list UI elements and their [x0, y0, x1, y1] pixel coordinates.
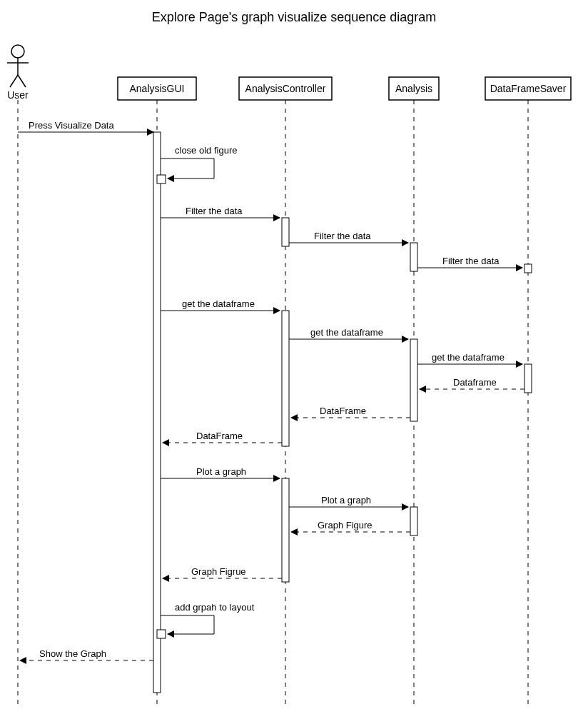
- msg-plot-2: Plot a graph: [321, 495, 371, 506]
- svg-line-3: [10, 75, 18, 87]
- participant-dataframesaver-label: DataFrameSaver: [490, 83, 567, 94]
- msg-filter-2: Filter the data: [314, 231, 371, 241]
- msg-filter-3: Filter the data: [442, 256, 500, 266]
- msg-press-visualize: Press Visualize Data: [29, 120, 114, 131]
- msg-dataframe-2: DataFrame: [320, 406, 366, 416]
- msg-figure-2: Graph Figrue: [191, 566, 246, 577]
- participant-analysisgui-label: AnalysisGUI: [129, 83, 184, 94]
- activation-analysis-plot: [410, 507, 417, 536]
- activation-controller-plot: [282, 478, 289, 582]
- activation-analysisgui: [153, 132, 161, 693]
- actor-user: User: [7, 45, 29, 101]
- actor-user-label: User: [7, 89, 29, 101]
- msg-close-old-figure: close old figure: [175, 145, 237, 156]
- activation-controller-getdf: [282, 311, 289, 446]
- msg-dataframe-3: DataFrame: [196, 431, 243, 441]
- msg-get-df-2: get the dataframe: [310, 327, 383, 338]
- msg-plot-1: Plot a graph: [196, 466, 246, 477]
- msg-figure-1: Graph Figure: [318, 520, 372, 531]
- diagram-title: Explore Page's graph visualize sequence …: [152, 10, 437, 24]
- activation-saver-filter: [524, 264, 532, 273]
- sequence-diagram: Explore Page's graph visualize sequence …: [0, 0, 588, 724]
- activation-saver-getdf: [524, 364, 532, 393]
- msg-dataframe-1: Dataframe: [453, 377, 497, 388]
- activation-analysis-getdf: [410, 339, 417, 421]
- participant-analysis-label: Analysis: [395, 83, 432, 94]
- msg-add-graph: add grpah to layout: [175, 602, 255, 613]
- participant-analysiscontroller-label: AnalysisController: [245, 83, 326, 94]
- activation-analysis-filter: [410, 243, 417, 271]
- activation-controller-filter: [282, 218, 289, 246]
- activation-self-close: [157, 175, 166, 183]
- msg-get-df-3: get the dataframe: [432, 352, 505, 363]
- msg-get-df-1: get the dataframe: [182, 298, 255, 309]
- msg-show-graph: Show the Graph: [39, 648, 106, 659]
- msg-filter-1: Filter the data: [186, 206, 243, 216]
- activation-self-add: [157, 630, 166, 638]
- svg-line-4: [18, 75, 26, 87]
- svg-point-0: [11, 45, 24, 58]
